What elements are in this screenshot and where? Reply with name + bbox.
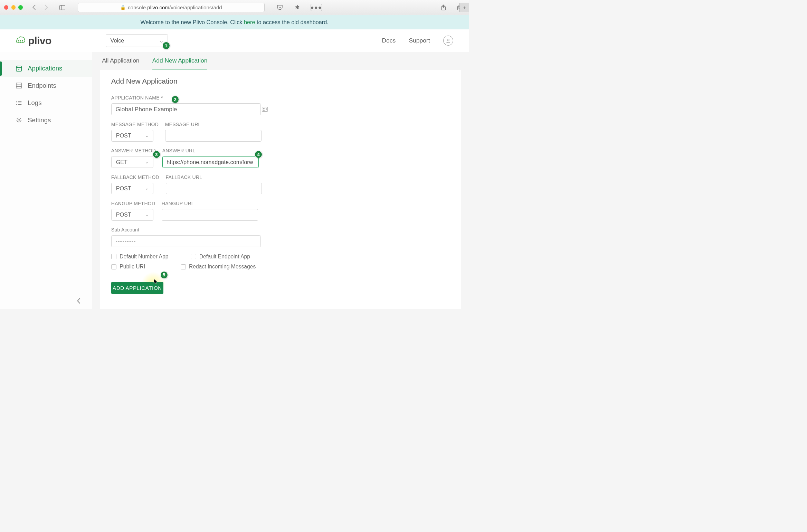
applications-icon	[16, 65, 22, 72]
address-bar[interactable]: 🔒 console.plivo.com/voice/applications/a…	[78, 3, 264, 12]
step-badge-5: 5	[160, 271, 168, 279]
fallback-url-input[interactable]	[166, 183, 262, 194]
checkbox-label: Default Number App	[120, 254, 168, 260]
redact-messages-checkbox[interactable]: Redact Incoming Messages	[181, 264, 256, 270]
checkbox-icon	[111, 264, 116, 269]
message-method-select[interactable]: POST ⌄	[111, 130, 153, 142]
share-icon[interactable]	[439, 4, 448, 11]
svg-point-16	[263, 108, 264, 110]
checkbox-label: Public URI	[120, 264, 145, 270]
sidebar-item-label: Logs	[28, 99, 41, 107]
app-name-label: APPLICATION NAME *	[111, 95, 272, 101]
back-button[interactable]	[30, 3, 39, 12]
public-uri-checkbox[interactable]: Public URI	[111, 264, 145, 270]
collapse-sidebar-button[interactable]	[76, 297, 81, 304]
sub-account-label: Sub Account	[111, 227, 272, 232]
page-title: Add New Application	[111, 77, 450, 85]
url-domain: plivo.com	[147, 4, 169, 10]
message-url-input[interactable]	[165, 130, 262, 142]
checkbox-icon	[191, 254, 196, 259]
fallback-method-select[interactable]: POST ⌄	[111, 183, 153, 194]
svg-point-8	[18, 40, 19, 41]
logo[interactable]: plivo	[16, 35, 51, 47]
answer-url-label: ANSWER URL	[162, 148, 259, 153]
step-badge-4: 4	[255, 151, 262, 158]
minimize-window-button[interactable]	[11, 5, 16, 10]
sidebar-toggle-button[interactable]	[58, 3, 67, 12]
app-header: plivo Voice ⌵ 1 Docs Support	[0, 29, 469, 52]
user-icon	[445, 38, 451, 44]
new-tab-button[interactable]: +	[459, 3, 469, 12]
sidebar: Applications Endpoints Logs Settings	[0, 52, 92, 309]
hangup-method-label: HANGUP METHOD	[111, 201, 155, 206]
fallback-method-label: FALLBACK METHOD	[111, 174, 159, 180]
svg-point-5	[18, 41, 19, 42]
hangup-url-input[interactable]	[162, 209, 258, 221]
svg-point-10	[22, 40, 23, 41]
add-application-button[interactable]: ADD APPLICATION	[111, 282, 163, 294]
answer-method-select[interactable]: GET ⌄	[111, 156, 153, 168]
sidebar-item-endpoints[interactable]: Endpoints	[0, 77, 92, 94]
default-endpoint-app-checkbox[interactable]: Default Endpoint App	[191, 254, 250, 260]
svg-point-11	[447, 39, 449, 41]
sidebar-item-label: Applications	[28, 65, 62, 72]
svg-point-14	[18, 119, 20, 121]
close-window-button[interactable]	[4, 5, 9, 10]
list-icon	[16, 100, 22, 106]
forward-button[interactable]	[42, 3, 51, 12]
message-method-value: POST	[116, 132, 131, 139]
sidebar-item-logs[interactable]: Logs	[0, 94, 92, 112]
chevron-down-icon: ⌄	[145, 212, 149, 217]
banner-text-prefix: Welcome to the new Plivo Console. Click	[140, 19, 244, 25]
step-badge-1: 1	[162, 42, 170, 49]
pocket-icon[interactable]	[275, 4, 284, 11]
answer-url-input[interactable]	[162, 156, 259, 168]
hangup-method-select[interactable]: POST ⌄	[111, 209, 153, 221]
message-method-label: MESSAGE METHOD	[111, 122, 159, 127]
account-button[interactable]	[443, 36, 453, 46]
sidebar-item-label: Settings	[28, 116, 51, 124]
hangup-url-label: HANGUP URL	[162, 201, 258, 206]
chevron-down-icon: ⌄	[145, 186, 149, 191]
support-link[interactable]: Support	[409, 37, 430, 44]
product-selector[interactable]: Voice ⌵ 1	[106, 34, 168, 47]
tab-all-applications[interactable]: All Application	[102, 57, 139, 69]
sidebar-item-label: Endpoints	[28, 82, 56, 89]
checkbox-label: Redact Incoming Messages	[189, 264, 256, 270]
lock-icon: 🔒	[120, 5, 126, 10]
chevron-down-icon: ⌵	[160, 37, 163, 44]
checkbox-icon	[181, 264, 186, 269]
fallback-url-label: FALLBACK URL	[166, 174, 262, 180]
svg-rect-0	[59, 5, 65, 10]
browser-chrome: 🔒 console.plivo.com/voice/applications/a…	[0, 0, 469, 15]
header-nav: Docs Support	[382, 36, 453, 46]
fallback-method-value: POST	[116, 185, 131, 192]
banner-link[interactable]: here	[244, 19, 255, 25]
tabs: All Application Add New Application	[100, 52, 461, 69]
maximize-window-button[interactable]	[18, 5, 23, 10]
svg-point-6	[20, 41, 21, 42]
window-controls	[4, 5, 23, 10]
sidebar-item-applications[interactable]: Applications	[0, 60, 92, 77]
plivo-logo-icon	[16, 36, 26, 46]
gear-icon	[16, 117, 22, 124]
contacts-icon[interactable]	[262, 107, 268, 112]
app-name-input[interactable]	[111, 103, 261, 115]
chevron-down-icon: ⌄	[145, 160, 149, 164]
product-selected-label: Voice	[111, 37, 124, 44]
message-url-label: MESSAGE URL	[165, 122, 262, 127]
form-panel: Add New Application APPLICATION NAME * 2…	[100, 70, 461, 309]
svg-point-9	[20, 40, 21, 41]
evernote-icon[interactable]: ✱	[293, 4, 302, 11]
banner-text-suffix: to access the old dashboard.	[255, 19, 328, 25]
docs-link[interactable]: Docs	[382, 37, 396, 44]
tab-add-new-application[interactable]: Add New Application	[152, 57, 208, 69]
svg-rect-13	[16, 83, 21, 88]
default-number-app-checkbox[interactable]: Default Number App	[111, 254, 169, 260]
sidebar-item-settings[interactable]: Settings	[0, 112, 92, 129]
hangup-method-value: POST	[116, 211, 131, 218]
url-path: /voice/applications/add	[169, 4, 222, 10]
more-icon[interactable]: ●●●	[311, 4, 322, 11]
sub-account-select[interactable]	[111, 235, 261, 247]
url-prefix: console.	[128, 4, 147, 10]
